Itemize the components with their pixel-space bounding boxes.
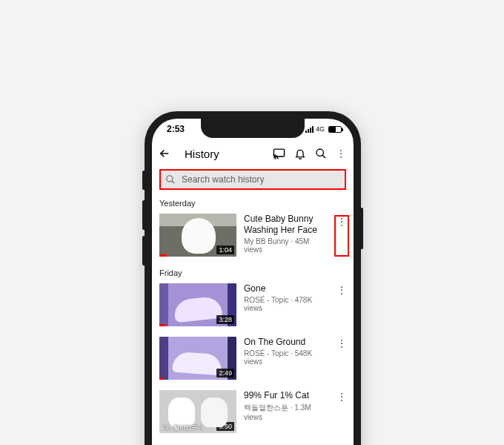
history-item[interactable]: 9:50다.. 털이었구니99% Fur 1% Cat랙돌열한스푼 · 1.3M… [152,387,354,441]
duration-badge: 1:04 [216,245,234,254]
notch [201,119,305,138]
duration-badge: 9:50 [216,422,234,431]
cast-icon[interactable] [273,148,285,160]
phone-power [361,208,363,249]
back-button[interactable] [158,147,171,160]
video-meta: ROSÉ - Topic · 548K views [244,349,328,366]
history-item[interactable]: 2:49On The GroundROSÉ - Topic · 548K vie… [152,334,354,387]
more-options-icon[interactable]: ⋮ [334,215,349,257]
more-options-icon[interactable]: ⋮ [336,392,347,433]
video-meta: My BB Bunny · 45M views [244,237,328,254]
phone-vol-down [142,236,145,266]
section-label: Yesterday [152,194,354,211]
network-label: 4G [316,125,325,133]
search-placeholder: Search watch history [182,174,264,185]
more-options-icon[interactable]: ⋮ [336,285,347,326]
svg-point-2 [316,149,323,156]
video-thumbnail[interactable]: 3:28 [159,283,236,326]
phone-vol-up [142,200,145,230]
video-title: 99% Fur 1% Cat [244,390,328,401]
video-meta: 랙돌열한스푼 · 1.3M views [244,403,328,421]
signal-icon [305,126,314,133]
overflow-menu-icon[interactable]: ⋮ [336,148,346,159]
video-thumbnail[interactable]: 2:49 [159,337,236,380]
screen: 2:53 4G History [152,119,354,445]
progress-bar [159,324,165,326]
page-title: History [185,148,265,160]
search-icon[interactable] [315,148,327,159]
video-thumbnail[interactable]: 9:50다.. 털이었구니 [159,390,236,433]
duration-badge: 3:28 [216,315,234,324]
history-item[interactable]: 1:04Cute Baby Bunny Washing Her FaceMy B… [152,211,354,264]
search-history-input[interactable]: Search watch history [159,169,346,190]
battery-icon [328,126,342,133]
history-item[interactable]: 3:28GoneROSÉ - Topic · 478K views⋮ [152,280,354,334]
phone-silent-switch [142,171,145,190]
app-bar: History ⋮ [152,139,354,168]
video-info: Cute Baby Bunny Washing Her FaceMy BB Bu… [244,214,328,257]
phone-frame: 2:53 4G History [145,111,361,445]
status-right: 4G [305,125,342,133]
video-info: On The GroundROSÉ - Topic · 548K views [244,337,328,380]
video-title: Gone [244,283,328,294]
duration-badge: 2:49 [216,369,234,378]
svg-point-1 [273,158,274,159]
status-time: 2:53 [167,124,185,134]
progress-bar [159,378,164,380]
thumbnail-caption: 다.. 털이었구니 [162,423,203,432]
video-title: On The Ground [244,337,328,348]
progress-bar [159,254,167,257]
video-info: GoneROSÉ - Topic · 478K views [244,283,328,326]
svg-point-3 [167,176,173,182]
video-thumbnail[interactable]: 1:04 [159,214,236,257]
search-icon [165,174,176,185]
more-options-icon[interactable]: ⋮ [336,338,347,380]
section-label: Friday [152,264,354,280]
video-meta: ROSÉ - Topic · 478K views [244,296,328,312]
video-info: 99% Fur 1% Cat랙돌열한스푼 · 1.3M views [244,390,328,433]
bell-icon[interactable] [294,148,306,159]
video-title: Cute Baby Bunny Washing Her Face [244,214,328,236]
